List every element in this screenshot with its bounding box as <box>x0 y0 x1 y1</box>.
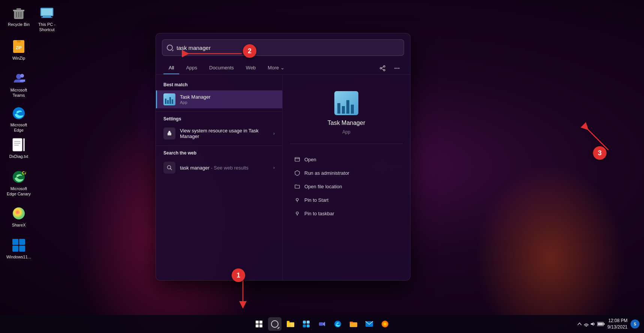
context-run-admin[interactable]: Run as administrator <box>290 166 403 179</box>
share-icon-btn[interactable] <box>377 63 388 74</box>
sharex-label: ShareX <box>12 222 26 228</box>
mail-icon <box>365 320 373 328</box>
desktop-icon-edge-canary[interactable]: CAN Microsoft Edge Canary <box>4 168 34 198</box>
task-manager-result-text: Task Manager App <box>180 94 275 105</box>
search-bar-container[interactable] <box>162 39 404 56</box>
settings-result[interactable]: View system resource usage in Task Manag… <box>156 124 282 142</box>
settings-result-text: View system resource usage in Task Manag… <box>180 128 269 139</box>
pin-start-icon <box>294 196 301 203</box>
annotation-3-arrow <box>578 120 616 154</box>
desktop-icon-recycle-bin[interactable]: Recycle Bin <box>4 4 34 28</box>
desktop-icon-winzip[interactable]: ZIP WinZip <box>4 38 34 62</box>
battery-icon[interactable] <box>597 321 605 327</box>
open-icon <box>294 156 301 163</box>
context-pin-start[interactable]: Pin to Start <box>290 194 403 206</box>
open-label: Open <box>304 157 316 162</box>
web-query: task manager <box>180 165 210 171</box>
tab-all[interactable]: All <box>163 62 179 74</box>
pin-start-label: Pin to Start <box>304 197 328 203</box>
volume-icon[interactable] <box>590 321 596 327</box>
svg-rect-69 <box>604 323 605 325</box>
tab-documents[interactable]: Documents <box>204 62 239 74</box>
desktop-icon-teams[interactable]: Microsoft Teams <box>4 69 34 100</box>
pin-taskbar-icon <box>294 210 301 217</box>
taskbar-folder-icon <box>350 320 357 328</box>
tab-web[interactable]: Web <box>241 62 261 74</box>
app-big-icon <box>333 90 360 117</box>
svg-rect-2 <box>16 8 21 10</box>
taskbar-file-explorer[interactable] <box>284 317 297 331</box>
taskbar-search-button[interactable] <box>268 317 282 331</box>
svg-rect-51 <box>287 321 289 323</box>
svg-point-29 <box>380 68 382 69</box>
taskbar-search-icon <box>271 320 279 328</box>
teams-label: Microsoft Teams <box>5 87 32 98</box>
svg-rect-70 <box>598 323 603 326</box>
web-result-text: task manager - See web results <box>180 165 269 171</box>
svg-marker-58 <box>323 322 325 326</box>
svg-rect-16 <box>13 138 22 151</box>
search-web-label: Search the web <box>156 149 282 159</box>
windows-start-button[interactable] <box>252 317 266 331</box>
right-panel: Task Manager App Open <box>283 75 410 280</box>
sharex-icon <box>11 206 26 221</box>
teams-meet-icon <box>318 320 326 328</box>
search-content: Best match Task Manager App <box>156 75 410 280</box>
winzip-icon: ZIP <box>11 39 26 54</box>
context-open[interactable]: Open <box>290 153 403 166</box>
this-pc-label: This PC - Shortcut <box>33 22 60 33</box>
edge-icon <box>11 106 26 121</box>
svg-point-34 <box>397 68 398 69</box>
desktop-icon-edge[interactable]: Microsoft Edge <box>4 104 34 135</box>
network-icon[interactable] <box>584 321 589 327</box>
context-pin-taskbar[interactable]: Pin to taskbar <box>290 207 403 220</box>
more-options-btn[interactable] <box>391 63 403 74</box>
notification-badge[interactable]: 5 <box>631 320 640 328</box>
svg-rect-36 <box>168 133 171 135</box>
task-manager-result-icon <box>163 93 175 105</box>
settings-title: View system resource usage in Task Manag… <box>180 128 269 139</box>
svg-point-35 <box>398 68 400 69</box>
tab-more[interactable]: More ⌄ <box>262 62 289 74</box>
taskbar-clock[interactable]: 12:08 PM 9/13/2021 <box>608 318 628 330</box>
taskbar-edge[interactable] <box>331 317 344 331</box>
clock-time: 12:08 PM <box>608 318 628 324</box>
search-bar-icon <box>167 45 173 51</box>
desktop-icon-this-pc[interactable]: This PC - Shortcut <box>32 4 62 34</box>
context-open-location[interactable]: Open file location <box>290 180 403 193</box>
winzip-label: WinZip <box>12 56 25 61</box>
taskbar: 12:08 PM 9/13/2021 5 <box>0 315 644 333</box>
tab-apps[interactable]: Apps <box>181 62 202 74</box>
svg-rect-55 <box>303 324 306 327</box>
desktop-icon-dxdiag[interactable]: DxDiag.txt <box>4 136 34 160</box>
task-manager-result[interactable]: Task Manager App <box>156 90 282 108</box>
svg-rect-57 <box>319 322 323 326</box>
svg-text:ZIP: ZIP <box>16 46 22 50</box>
svg-rect-38 <box>169 131 170 132</box>
desktop-icon-sharex[interactable]: ShareX <box>4 204 34 229</box>
web-search-result[interactable]: task manager - See web results › <box>156 159 282 177</box>
taskbar-edge-icon <box>334 320 341 328</box>
web-title: task manager - See web results <box>180 165 269 171</box>
edge-canary-icon: CAN <box>11 170 26 184</box>
svg-point-33 <box>395 68 396 69</box>
svg-point-23 <box>13 207 25 219</box>
left-panel: Best match Task Manager App <box>156 75 283 280</box>
svg-rect-25 <box>19 239 25 245</box>
taskbar-mail[interactable] <box>362 317 376 331</box>
search-input[interactable] <box>177 45 399 51</box>
taskbar-teams-meet[interactable] <box>315 317 329 331</box>
svg-line-31 <box>382 67 383 68</box>
open-location-label: Open file location <box>304 184 342 189</box>
search-tabs: All Apps Documents Web More ⌄ <box>156 62 410 75</box>
chevron-up-icon[interactable] <box>577 321 582 327</box>
clock-date: 9/13/2021 <box>608 324 628 330</box>
tabs-left: All Apps Documents Web More ⌄ <box>163 62 290 74</box>
context-menu: Open Run as administrator <box>290 153 403 220</box>
taskbar-widgets[interactable] <box>300 317 313 331</box>
desktop-icon-windows11[interactable]: Windows11... <box>4 236 34 261</box>
taskbar-folder[interactable] <box>347 317 360 331</box>
teams-icon <box>11 71 26 86</box>
right-app-name: Task Manager <box>328 120 365 126</box>
taskbar-firefox[interactable] <box>378 317 392 331</box>
